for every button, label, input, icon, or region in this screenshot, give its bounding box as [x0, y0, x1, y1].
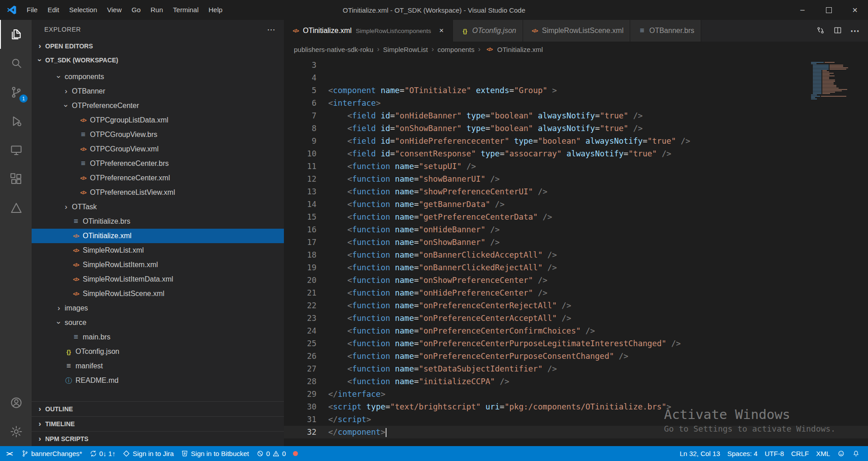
- section-outline[interactable]: ›OUTLINE: [32, 401, 284, 416]
- explorer-more-actions-icon[interactable]: ⋯: [267, 24, 276, 35]
- code-line[interactable]: 31</script>: [284, 413, 868, 426]
- indentation[interactable]: Spaces: 4: [724, 446, 761, 461]
- tree-item-OTPCGroupView.brs[interactable]: ≡OTPCGroupView.brs: [32, 127, 284, 142]
- code-line[interactable]: 21 <function name="onHidePreferenceCente…: [284, 287, 868, 299]
- git-branch-status[interactable]: bannerChanges*: [18, 446, 86, 461]
- jira-signin[interactable]: Sign in to Jira: [119, 446, 177, 461]
- tree-item-OTTask[interactable]: ›OTTask: [32, 200, 284, 214]
- tree-item-OTPCGroupView.xml[interactable]: </>OTPCGroupView.xml: [32, 142, 284, 156]
- tab-OTBanner.brs[interactable]: ≡OTBanner.brs: [630, 20, 701, 42]
- git-sync-status[interactable]: 0↓ 1↑: [86, 446, 119, 461]
- cursor-position[interactable]: Ln 32, Col 13: [676, 446, 724, 461]
- menu-go[interactable]: Go: [127, 0, 146, 20]
- menu-run[interactable]: Run: [146, 0, 168, 20]
- tree-item-OTPCgroupListData.xml[interactable]: </>OTPCgroupListData.xml: [32, 113, 284, 127]
- tree-item-OTPreferenceCenter.brs[interactable]: ≡OTPreferenceCenter.brs: [32, 156, 284, 171]
- tree-item-OTinitialize.brs[interactable]: ≡OTinitialize.brs: [32, 214, 284, 229]
- breadcrumb-item[interactable]: components: [438, 46, 475, 53]
- remote-window-indicator[interactable]: ><: [3, 446, 18, 461]
- code-line[interactable]: 9 <field id="onHidePreferencecenter" typ…: [284, 135, 868, 147]
- code-line[interactable]: 15 <function name="getPreferenceCenterDa…: [284, 211, 868, 223]
- breadcrumb-item[interactable]: </>OTinitialize.xml: [484, 46, 543, 53]
- code-line[interactable]: 27 <function name="setDataSubjectIdentif…: [284, 362, 868, 375]
- workspace-section[interactable]: › OT_SDK (WORKSPACE): [32, 53, 284, 67]
- section-npm-scripts[interactable]: ›NPM SCRIPTS: [32, 431, 284, 446]
- code-line[interactable]: 5<component name="OTinitialize" extends=…: [284, 84, 868, 97]
- activity-settings[interactable]: [0, 417, 32, 446]
- activity-source-control[interactable]: 1: [0, 78, 32, 107]
- menu-selection[interactable]: Selection: [64, 0, 102, 20]
- code-line[interactable]: 7 <field id="onHideBanner" type="boolean…: [284, 109, 868, 122]
- code-line[interactable]: 12 <function name="showBannerUI" />: [284, 173, 868, 185]
- tree-item-OTPreferenceListView.xml[interactable]: </>OTPreferenceListView.xml: [32, 185, 284, 200]
- tree-item-source[interactable]: ›source: [32, 315, 284, 330]
- maximize-button[interactable]: [816, 0, 842, 20]
- open-editors-section[interactable]: › OPEN EDITORS: [32, 39, 284, 53]
- breadcrumb-item[interactable]: SimpleRowList: [383, 46, 428, 53]
- code-line[interactable]: 4: [284, 71, 868, 84]
- code-line[interactable]: 26 <function name="onPreferenceCenterPur…: [284, 350, 868, 362]
- activity-accounts[interactable]: [0, 388, 32, 417]
- problems-indicator[interactable]: 00: [253, 446, 290, 461]
- tree-item-SimpleRowList.xml[interactable]: </>SimpleRowList.xml: [32, 243, 284, 258]
- close-button[interactable]: [842, 0, 868, 20]
- menu-edit[interactable]: Edit: [42, 0, 64, 20]
- tree-item-OTconfig.json[interactable]: {}OTconfig.json: [32, 344, 284, 359]
- tree-item-images[interactable]: ›images: [32, 301, 284, 315]
- code-line[interactable]: 25 <function name="onPreferenceCenterPur…: [284, 337, 868, 350]
- activity-run-and-debug[interactable]: [0, 107, 32, 136]
- menu-file[interactable]: File: [22, 0, 42, 20]
- split-editor-button[interactable]: [830, 23, 845, 38]
- tree-item-manifest[interactable]: ≡manifest: [32, 359, 284, 373]
- breadcrumb-item[interactable]: publishers-native-sdk-roku: [294, 46, 373, 53]
- feedback[interactable]: [834, 446, 849, 461]
- code-line[interactable]: 20 <function name="onShowPreferenceCente…: [284, 274, 868, 287]
- tab-OTconfig.json[interactable]: {}OTconfig.json: [453, 20, 523, 42]
- code-line[interactable]: 14 <function name="getBannerData" />: [284, 198, 868, 211]
- minimize-button[interactable]: [789, 0, 816, 20]
- code-line[interactable]: 3: [284, 59, 868, 71]
- eol-sequence[interactable]: CRLF: [788, 446, 812, 461]
- menu-view[interactable]: View: [102, 0, 127, 20]
- activity-explorer[interactable]: [0, 20, 32, 49]
- open-changes-button[interactable]: [813, 23, 828, 38]
- tree-item-OTPreferenceCenter.xml[interactable]: </>OTPreferenceCenter.xml: [32, 171, 284, 185]
- code-line[interactable]: 8 <field id="onShowBanner" type="boolean…: [284, 122, 868, 135]
- tree-item-OTBanner[interactable]: ›OTBanner: [32, 84, 284, 99]
- code-line[interactable]: 10 <field id="consentResponse" type="ass…: [284, 147, 868, 160]
- tree-item-OTPreferenceCenter[interactable]: ›OTPreferenceCenter: [32, 99, 284, 113]
- code-line[interactable]: 30<script type="text/brightscript" uri="…: [284, 400, 868, 413]
- notifications[interactable]: [849, 446, 863, 461]
- bitbucket-signin[interactable]: Sign in to Bitbucket: [177, 446, 252, 461]
- code-line[interactable]: 23 <function name="onPreferenceCenterAcc…: [284, 312, 868, 325]
- tab-SimpleRowListScene.xml[interactable]: </>SimpleRowListScene.xml: [523, 20, 631, 42]
- tab-OTinitialize.xml[interactable]: </>OTinitialize.xmlSimpleRowList\compone…: [284, 20, 453, 42]
- tree-item-SimpleRowListItem.xml[interactable]: </>SimpleRowListItem.xml: [32, 258, 284, 272]
- tree-item-README.md[interactable]: ⓘREADME.md: [32, 373, 284, 388]
- language-mode[interactable]: XML: [812, 446, 834, 461]
- code-line[interactable]: 29</interface>: [284, 388, 868, 400]
- tree-item-OTinitialize.xml[interactable]: </>OTinitialize.xml: [32, 229, 284, 243]
- tree-item-components[interactable]: ›components: [32, 70, 284, 84]
- activity-custom-extension[interactable]: [0, 193, 32, 222]
- close-icon[interactable]: ×: [436, 26, 446, 35]
- code-line[interactable]: 24 <function name="onPreferenceCenterCon…: [284, 325, 868, 337]
- code-line[interactable]: 28 <function name="initializeCCPA" />: [284, 375, 868, 388]
- code-line[interactable]: 17 <function name="onShowBanner" />: [284, 236, 868, 249]
- tree-item-main.brs[interactable]: ≡main.brs: [32, 330, 284, 344]
- extension-status[interactable]: [289, 446, 304, 461]
- encoding[interactable]: UTF-8: [761, 446, 788, 461]
- minimap[interactable]: [811, 59, 861, 99]
- tree-item-SimpleRowListItemData.xml[interactable]: </>SimpleRowListItemData.xml: [32, 272, 284, 287]
- menu-help[interactable]: Help: [203, 0, 227, 20]
- code-line[interactable]: 32</component>: [284, 426, 868, 438]
- menu-terminal[interactable]: Terminal: [168, 0, 204, 20]
- more-actions-button[interactable]: ⋯: [847, 23, 863, 38]
- activity-remote-explorer[interactable]: [0, 136, 32, 165]
- tree-item-SimpleRowListScene.xml[interactable]: </>SimpleRowListScene.xml: [32, 287, 284, 301]
- code-line[interactable]: 18 <function name="onBannerClickedAccept…: [284, 249, 868, 261]
- code-line[interactable]: 22 <function name="onPreferenceCenterRej…: [284, 299, 868, 312]
- code-line[interactable]: 19 <function name="onBannerClickedReject…: [284, 261, 868, 274]
- activity-extensions[interactable]: [0, 165, 32, 193]
- section-timeline[interactable]: ›TIMELINE: [32, 416, 284, 431]
